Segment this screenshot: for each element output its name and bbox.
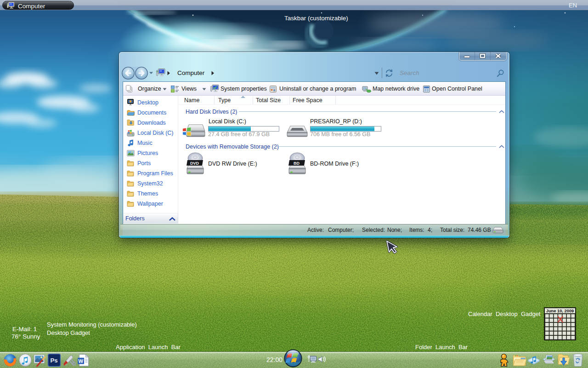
svg-text:DVD: DVD [190,161,199,166]
svg-text:June 10, 2009: June 10, 2009 [546,309,574,313]
svg-text:W: W [78,358,83,364]
svg-text:Ps: Ps [50,357,57,364]
svg-text:BD: BD [294,161,300,166]
